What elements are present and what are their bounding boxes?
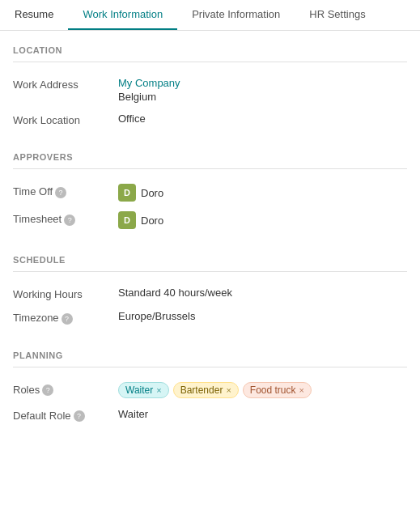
planning-section: Planning Roles? Waiter × Bartender × Foo… [13, 336, 407, 427]
time-off-label: Time Off? [13, 184, 118, 198]
tag-bartender[interactable]: Bartender × [173, 382, 239, 398]
timesheet-help-icon[interactable]: ? [64, 215, 75, 226]
time-off-value: D Doro [118, 184, 407, 202]
approvers-section-header: Approvers [13, 138, 407, 169]
tag-bartender-close[interactable]: × [226, 385, 231, 395]
default-role-label: Default Role? [13, 408, 118, 423]
work-location-row: Work Location Office [13, 108, 407, 131]
working-hours-label: Working Hours [13, 287, 118, 300]
tag-food-truck-close[interactable]: × [299, 385, 304, 395]
default-role-help-icon[interactable]: ? [74, 410, 85, 422]
time-off-avatar: D [118, 184, 136, 202]
time-off-name: Doro [141, 187, 163, 199]
tag-food-truck-label: Food truck [250, 384, 296, 396]
schedule-section: Schedule Working Hours Standard 40 hours… [13, 240, 407, 329]
tab-work-information[interactable]: Work Information [68, 0, 177, 30]
roles-help-icon[interactable]: ? [42, 384, 53, 396]
tab-resume[interactable]: Resume [0, 0, 68, 30]
timesheet-label: Timesheet? [13, 211, 118, 226]
planning-section-header: Planning [13, 336, 407, 367]
time-off-row: Time Off? D Doro [13, 179, 407, 206]
tab-private-information[interactable]: Private Information [177, 0, 295, 30]
timesheet-value: D Doro [118, 211, 407, 229]
roles-row: Roles? Waiter × Bartender × Food truck × [13, 377, 407, 403]
timesheet-avatar: D [118, 211, 136, 229]
work-address-label: Work Address [13, 77, 118, 91]
work-address-company[interactable]: My Company [118, 77, 407, 89]
time-off-help-icon[interactable]: ? [55, 187, 66, 198]
work-location-label: Work Location [13, 113, 118, 126]
tag-waiter-close[interactable]: × [156, 385, 161, 395]
time-off-avatar-badge: D Doro [118, 184, 163, 202]
approvers-section: Approvers Time Off? D Doro Timesheet? D … [13, 138, 407, 234]
timezone-help-icon[interactable]: ? [62, 313, 73, 325]
roles-label: Roles? [13, 382, 118, 397]
timezone-row: Timezone? Europe/Brussels [13, 305, 407, 329]
roles-value: Waiter × Bartender × Food truck × [118, 382, 407, 398]
default-role-value: Waiter [118, 408, 407, 420]
timesheet-row: Timesheet? D Doro [13, 206, 407, 234]
work-location-value: Office [118, 113, 407, 125]
timesheet-name: Doro [141, 215, 163, 227]
working-hours-value: Standard 40 hours/week [118, 287, 407, 299]
timezone-value: Europe/Brussels [118, 310, 407, 322]
tab-hr-settings[interactable]: HR Settings [295, 0, 380, 30]
timezone-label: Timezone? [13, 310, 118, 325]
tag-waiter-label: Waiter [125, 384, 153, 396]
tag-bartender-label: Bartender [180, 384, 223, 396]
schedule-section-header: Schedule [13, 240, 407, 272]
work-address-row: Work Address My Company Belgium [13, 72, 407, 108]
work-address-value: My Company Belgium [118, 77, 407, 103]
roles-tags: Waiter × Bartender × Food truck × [118, 382, 407, 398]
default-role-row: Default Role? Waiter [13, 403, 407, 427]
tag-waiter[interactable]: Waiter × [118, 382, 169, 398]
location-section-header: Location [13, 31, 407, 62]
tag-food-truck[interactable]: Food truck × [243, 382, 312, 398]
tab-bar: Resume Work Information Private Informat… [0, 0, 420, 31]
timesheet-avatar-badge: D Doro [118, 211, 163, 229]
location-section: Location Work Address My Company Belgium… [13, 31, 407, 131]
working-hours-row: Working Hours Standard 40 hours/week [13, 282, 407, 305]
work-address-country: Belgium [118, 91, 407, 103]
main-content: Location Work Address My Company Belgium… [0, 31, 420, 446]
